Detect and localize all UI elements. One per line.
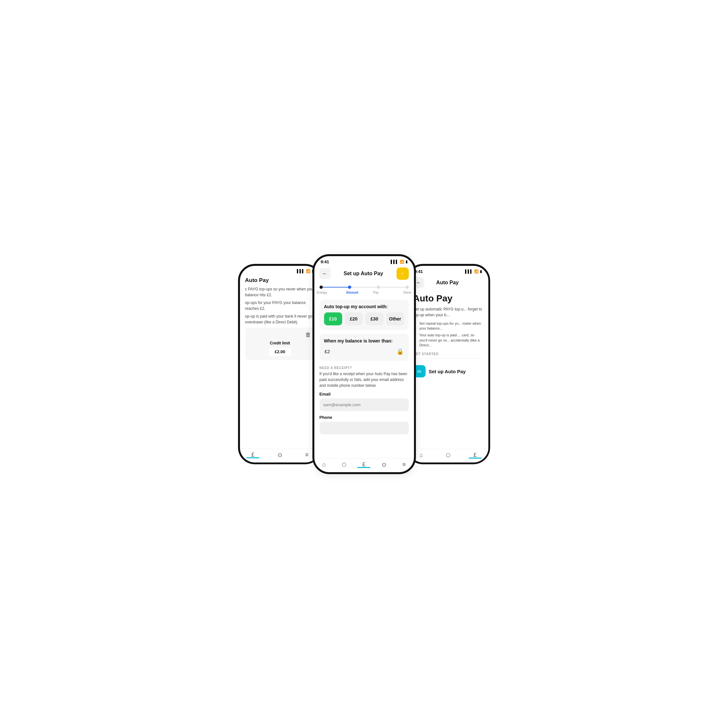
left-body1: c PAYG top-ups so you never when your ba… [245, 286, 315, 298]
topup-card-title: Auto top-up my account with: [324, 304, 404, 309]
center-nav-bar: ← Set up Auto Pay ⚡ [314, 266, 414, 282]
lock-icon: 🔒 [396, 348, 404, 355]
phone-input[interactable] [320, 422, 409, 434]
cta-divider [413, 358, 483, 359]
lightning-button[interactable]: ⚡ [396, 268, 409, 280]
lightning-icon: ⚡ [399, 270, 406, 277]
check-item-2: ✓ Your auto top-up is paid ... card, so … [413, 333, 483, 348]
left-status-bar: ▌▌▌ 📶 ▮ [240, 266, 320, 275]
center-battery-icon: ▮ [405, 260, 407, 264]
left-nav-menu-icon: ≡ [305, 451, 309, 458]
back-button[interactable]: ← [320, 268, 330, 279]
left-nav-help-icon: ⊙ [277, 451, 282, 459]
center-nav-menu[interactable]: ≡ [402, 461, 406, 468]
amount-10-button[interactable]: £10 [324, 312, 342, 325]
amount-20-button[interactable]: £20 [345, 312, 363, 325]
right-main-content: Auto Pay Set up automatic PAYG top-u... … [408, 291, 488, 449]
right-usage-icon: ⬡ [446, 452, 451, 458]
email-label: Email [320, 392, 409, 396]
step-line-2 [351, 287, 377, 288]
left-nav-menu[interactable]: ≡ [305, 451, 309, 458]
center-nav-help-icon: ⊙ [382, 461, 387, 468]
right-status-bar: 9:41 ▌▌▌ 📶 ▮ [408, 266, 488, 275]
center-nav-title: Set up Auto Pay [343, 271, 383, 277]
center-nav-home[interactable]: ⌂ [322, 461, 326, 468]
receipt-text: If you'd like a receipt when your Auto P… [320, 371, 409, 388]
center-wifi-icon: 📶 [400, 260, 404, 264]
right-signal-icon: ▌▌▌ [465, 269, 473, 273]
step-label-pay: Pay [364, 291, 388, 294]
right-wifi-icon: 📶 [474, 269, 479, 274]
right-home-icon: ⌂ [419, 452, 423, 459]
center-status-icons: ▌▌▌ 📶 ▮ [391, 260, 407, 264]
center-nav-usage[interactable]: ⬡ [342, 462, 346, 468]
signal-icon: ▌▌▌ [297, 269, 304, 273]
left-status-icons: ▌▌▌ 📶 ▮ [297, 269, 314, 273]
left-bottom-nav: £ ⊙ ≡ [240, 448, 320, 462]
step-label-energy: Energy [317, 291, 341, 294]
step-label-done: Done [388, 291, 411, 294]
receipt-section: NEED A RECEIPT? If you'd like a receipt … [320, 365, 409, 440]
step-line-3 [380, 287, 405, 288]
right-status-icons: ▌▌▌ 📶 ▮ [465, 269, 482, 274]
center-nav-pay[interactable]: £ [362, 461, 366, 468]
left-main-content: Auto Pay c PAYG top-ups so you never whe… [240, 275, 320, 448]
right-nav-title: Auto Pay [436, 280, 459, 286]
step-dot-done [405, 286, 409, 289]
step-dot-energy [320, 286, 323, 289]
email-input[interactable] [320, 398, 409, 411]
credit-limit-label: Credit limit [270, 341, 290, 346]
right-nav-home[interactable]: ⌂ [419, 452, 423, 459]
center-nav-help[interactable]: ⊙ [382, 461, 387, 468]
wifi-icon: 📶 [306, 269, 310, 273]
center-bottom-nav: ⌂ ⬡ £ ⊙ ≡ [314, 458, 414, 472]
step-dot-amount [348, 286, 351, 289]
left-active-bar [246, 457, 259, 458]
phone-right: 9:41 ▌▌▌ 📶 ▮ ← Auto Pay Auto Pay Set up … [406, 264, 490, 464]
balance-card: When my balance is lower than: £2 🔒 [320, 334, 409, 361]
left-nav-pay[interactable]: £ [251, 451, 254, 458]
right-back-arrow-icon: ← [416, 280, 421, 286]
center-status-bar: 9:41 ▌▌▌ 📶 ▮ [314, 256, 414, 266]
setup-autopay-button[interactable]: ∞ Set up Auto Pay [413, 362, 483, 381]
credit-limit-value: £2.00 [269, 347, 291, 356]
autopay-cta-label: Set up Auto Pay [429, 369, 466, 374]
topup-card: Auto top-up my account with: £10 £20 £30… [320, 300, 409, 330]
amount-30-button[interactable]: £30 [366, 312, 384, 325]
right-bottom-nav: ⌂ ⬡ £ [408, 449, 488, 462]
center-nav-menu-icon: ≡ [402, 461, 406, 468]
center-active-bar [357, 467, 370, 468]
left-body3: op-up is paid with your bank ll never go… [245, 314, 315, 325]
left-body2: op-ups for your PAYG your balance reache… [245, 300, 315, 312]
check-text-2: Your auto top-up is paid ... card, so yo… [419, 333, 483, 348]
amount-buttons: £10 £20 £30 Other [324, 312, 404, 325]
home-icon: ⌂ [322, 461, 326, 468]
balance-row: £2 🔒 [324, 347, 404, 356]
phone-label: Phone [320, 415, 409, 420]
back-arrow-icon: ← [323, 271, 327, 277]
step-dot-pay [377, 286, 380, 289]
left-nav-help[interactable]: ⊙ [277, 451, 282, 459]
step-labels: Energy Amount Pay Done [314, 290, 414, 297]
center-content: Auto top-up my account with: £10 £20 £30… [314, 297, 414, 458]
credit-card: 🗑 Credit limit £2.00 [245, 327, 315, 360]
get-started-label: GET STARTED [413, 352, 483, 356]
amount-other-button[interactable]: Other [386, 312, 404, 325]
right-nav-usage[interactable]: ⬡ [446, 452, 451, 458]
right-battery-icon: ▮ [480, 269, 482, 274]
balance-card-title: When my balance is lower than: [324, 338, 404, 343]
trash-icon[interactable]: 🗑 [305, 332, 311, 338]
auto-pay-heading: Auto Pay [413, 293, 483, 304]
right-nav-pay[interactable]: £ [474, 452, 477, 459]
step-label-amount: Amount [341, 291, 364, 294]
center-signal-icon: ▌▌▌ [391, 260, 398, 264]
balance-value: £2 [325, 349, 330, 354]
usage-icon: ⬡ [342, 462, 346, 468]
phone-left: ▌▌▌ 📶 ▮ Auto Pay c PAYG top-ups so you n… [238, 264, 322, 464]
check-list: ✓ Set repeat top-ups for yo... meter whe… [413, 321, 483, 348]
right-nav-bar: ← Auto Pay [408, 275, 488, 291]
scene: ▌▌▌ 📶 ▮ Auto Pay c PAYG top-ups so you n… [186, 254, 542, 474]
phone-center: 9:41 ▌▌▌ 📶 ▮ ← Set up Auto Pay ⚡ [312, 254, 416, 474]
left-page-title: Auto Pay [245, 277, 315, 284]
progress-steps [314, 282, 414, 290]
